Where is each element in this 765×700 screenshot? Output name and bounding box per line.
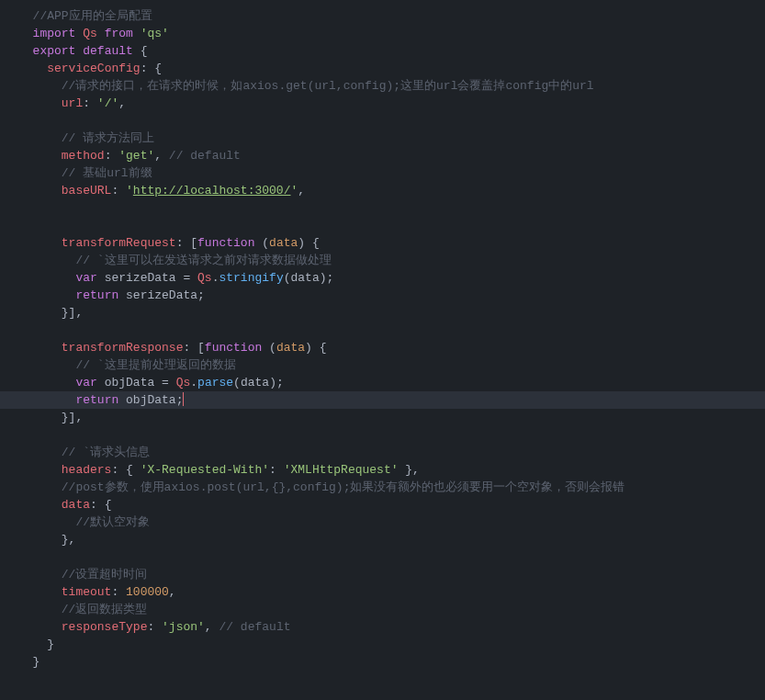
punct: }: [33, 655, 40, 669]
code-line[interactable]: responseType: 'json', // default: [0, 618, 765, 636]
code-line[interactable]: //返回数据类型: [0, 601, 765, 618]
code-line[interactable]: [0, 548, 765, 566]
code-line[interactable]: },: [0, 531, 765, 548]
punct: (: [284, 271, 291, 285]
comment: //返回数据类型: [62, 603, 148, 616]
cursor: [183, 392, 184, 406]
code-editor[interactable]: //APP应用的全局配置 import Qs from 'qs' export …: [0, 7, 765, 671]
punct: : {: [111, 463, 140, 477]
code-line[interactable]: }],: [0, 409, 765, 426]
code-line[interactable]: baseURL: 'http://localhost:3000/',: [0, 182, 765, 199]
code-line[interactable]: [0, 426, 765, 444]
comment: // `这里提前处理返回的数据: [75, 358, 235, 372]
code-line[interactable]: serviceConfig: {: [0, 60, 765, 77]
comment: // `这里可以在发送请求之前对请求数据做处理: [75, 254, 331, 267]
code-line[interactable]: // `这里提前处理返回的数据: [0, 356, 765, 374]
property: responseType: [62, 620, 148, 634]
property: serviceConfig: [47, 62, 140, 75]
code-line[interactable]: }: [0, 653, 765, 671]
comment: //post参数，使用axios.post(url,{},config);如果没…: [62, 480, 625, 494]
identifier: Qs: [176, 376, 191, 390]
identifier: data: [291, 271, 320, 285]
punct: },: [399, 463, 420, 477]
punct: : [: [176, 236, 197, 250]
punct: : {: [90, 498, 111, 512]
code-line[interactable]: // `这里可以在发送请求之前对请求数据做处理: [0, 252, 765, 269]
code-line[interactable]: //请求的接口，在请求的时候，如axios.get(url,config);这里…: [0, 77, 765, 95]
string: 'json': [162, 620, 205, 634]
code-line-active[interactable]: return objData;: [0, 391, 765, 409]
identifier: objData =: [97, 376, 176, 390]
punct: :: [269, 463, 284, 477]
code-line[interactable]: import Qs from 'qs': [0, 25, 765, 42]
punct: );: [269, 376, 284, 390]
property: timeout: [62, 585, 112, 599]
code-line[interactable]: //设置超时时间: [0, 566, 765, 583]
code-line[interactable]: [0, 199, 765, 217]
code-line[interactable]: }: [0, 636, 765, 653]
code-line[interactable]: [0, 217, 765, 234]
code-line[interactable]: timeout: 100000,: [0, 583, 765, 601]
punct: },: [62, 533, 76, 547]
code-line[interactable]: var objData = Qs.parse(data);: [0, 374, 765, 391]
comment: //默认空对象: [75, 515, 150, 529]
punct: ;: [197, 288, 205, 302]
code-line[interactable]: var serizeData = Qs.stringify(data);: [0, 269, 765, 287]
code-line[interactable]: url: '/',: [0, 95, 765, 112]
property: baseURL: [62, 184, 112, 198]
code-line[interactable]: transformResponse: [function (data) {: [0, 339, 765, 356]
comment: // 请求方法同上: [62, 131, 154, 145]
code-line[interactable]: headers: { 'X-Requested-With': 'XMLHttpR…: [0, 461, 765, 479]
punct: :: [105, 149, 119, 163]
string-quote: ': [126, 184, 133, 198]
code-line[interactable]: // 基础url前缀: [0, 164, 765, 182]
property: transformRequest: [62, 236, 176, 250]
property: url: [62, 96, 83, 110]
identifier: Qs: [197, 271, 212, 285]
keyword: function: [205, 341, 262, 355]
code-line[interactable]: [0, 322, 765, 339]
code-line[interactable]: transformRequest: [function (data) {: [0, 234, 765, 252]
punct: }: [47, 638, 54, 651]
code-line[interactable]: export default {: [0, 42, 765, 60]
punct: }],: [62, 306, 83, 320]
keyword: from: [105, 27, 133, 40]
comment: // default: [169, 149, 241, 163]
string: 'X-Requested-With': [141, 463, 269, 477]
punct: ,: [154, 149, 169, 163]
comment: //APP应用的全局配置: [33, 9, 152, 23]
code-line[interactable]: method: 'get', // default: [0, 147, 765, 164]
punct: :: [83, 96, 97, 110]
string: 'get': [118, 149, 154, 163]
punct: ;: [176, 393, 184, 407]
punct: : {: [141, 62, 162, 75]
code-line[interactable]: // 请求方法同上: [0, 130, 765, 147]
keyword: var: [75, 271, 96, 285]
code-line[interactable]: //APP应用的全局配置: [0, 7, 765, 25]
code-line[interactable]: [0, 112, 765, 130]
punct: .: [190, 376, 197, 390]
property: transformResponse: [62, 341, 184, 355]
identifier: serizeData: [118, 288, 197, 302]
code-line[interactable]: data: {: [0, 496, 765, 514]
string: '/': [97, 96, 118, 110]
property: method: [62, 149, 105, 163]
punct: (: [233, 376, 241, 390]
punct: ) {: [298, 236, 319, 250]
code-line[interactable]: //post参数，使用axios.post(url,{},config);如果没…: [0, 479, 765, 496]
number: 100000: [126, 585, 169, 599]
code-line[interactable]: // `请求头信息: [0, 444, 765, 461]
comment: // 基础url前缀: [62, 166, 152, 180]
property: data: [62, 498, 90, 512]
punct: (: [254, 236, 269, 250]
identifier: data: [241, 376, 269, 390]
parameter: data: [269, 236, 298, 250]
string: 'XMLHttpRequest': [284, 463, 399, 477]
code-line[interactable]: //默认空对象: [0, 514, 765, 531]
code-line[interactable]: }],: [0, 304, 765, 322]
identifier: serizeData =: [97, 271, 197, 285]
punct: :: [147, 620, 162, 634]
code-line[interactable]: return serizeData;: [0, 287, 765, 304]
function-call: stringify: [219, 271, 283, 285]
url-string: http://localhost:3000/: [133, 184, 291, 198]
